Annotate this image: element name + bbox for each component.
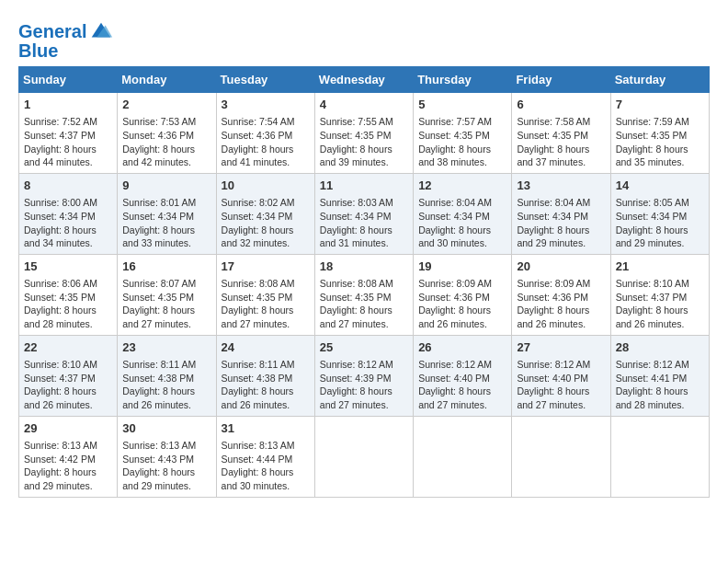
weekday-header-cell: Monday	[118, 67, 216, 93]
cell-content: Sunrise: 8:12 AMSunset: 4:40 PMDaylight:…	[418, 358, 506, 412]
cell-content: Sunrise: 8:04 AMSunset: 4:34 PMDaylight:…	[418, 196, 506, 250]
calendar-week-row: 15Sunrise: 8:06 AMSunset: 4:35 PMDayligh…	[19, 254, 710, 335]
day-number: 21	[616, 259, 704, 275]
day-number: 30	[122, 420, 210, 437]
cell-content: Sunrise: 8:08 AMSunset: 4:35 PMDaylight:…	[222, 277, 310, 331]
calendar-body: 1Sunrise: 7:52 AMSunset: 4:37 PMDaylight…	[19, 93, 710, 498]
day-number: 28	[616, 339, 704, 356]
calendar-cell: 28Sunrise: 8:12 AMSunset: 4:41 PMDayligh…	[610, 335, 709, 416]
day-number: 14	[616, 178, 704, 194]
calendar-cell: 13Sunrise: 8:04 AMSunset: 4:34 PMDayligh…	[512, 173, 610, 254]
day-number: 13	[517, 178, 605, 194]
calendar-cell: 10Sunrise: 8:02 AMSunset: 4:34 PMDayligh…	[216, 173, 314, 254]
cell-content: Sunrise: 8:13 AMSunset: 4:42 PMDaylight:…	[24, 439, 112, 493]
calendar-cell	[512, 416, 610, 497]
calendar-cell: 22Sunrise: 8:10 AMSunset: 4:37 PMDayligh…	[19, 335, 118, 416]
logo-icon	[88, 18, 114, 44]
cell-content: Sunrise: 8:12 AMSunset: 4:39 PMDaylight:…	[320, 358, 408, 412]
cell-content: Sunrise: 7:53 AMSunset: 4:36 PMDaylight:…	[122, 115, 210, 169]
calendar-cell: 29Sunrise: 8:13 AMSunset: 4:42 PMDayligh…	[19, 416, 118, 497]
calendar-week-row: 22Sunrise: 8:10 AMSunset: 4:37 PMDayligh…	[19, 335, 710, 416]
day-number: 9	[122, 178, 210, 194]
day-number: 1	[24, 97, 112, 113]
cell-content: Sunrise: 8:04 AMSunset: 4:34 PMDaylight:…	[517, 196, 605, 250]
cell-content: Sunrise: 8:08 AMSunset: 4:35 PMDaylight:…	[320, 277, 408, 331]
page-header: General Blue	[18, 15, 710, 61]
calendar-cell: 7Sunrise: 7:59 AMSunset: 4:35 PMDaylight…	[610, 93, 709, 174]
cell-content: Sunrise: 8:10 AMSunset: 4:37 PMDaylight:…	[616, 277, 704, 331]
calendar-cell: 6Sunrise: 7:58 AMSunset: 4:35 PMDaylight…	[512, 93, 610, 174]
cell-content: Sunrise: 7:54 AMSunset: 4:36 PMDaylight:…	[222, 115, 310, 169]
day-number: 29	[24, 420, 112, 437]
day-number: 18	[320, 259, 408, 275]
calendar-cell: 11Sunrise: 8:03 AMSunset: 4:34 PMDayligh…	[314, 173, 413, 254]
logo-text: General	[18, 21, 86, 41]
cell-content: Sunrise: 8:10 AMSunset: 4:37 PMDaylight:…	[24, 358, 112, 412]
calendar-cell: 18Sunrise: 8:08 AMSunset: 4:35 PMDayligh…	[314, 254, 413, 335]
calendar-cell	[314, 416, 413, 497]
calendar-cell	[610, 416, 709, 497]
calendar-cell: 30Sunrise: 8:13 AMSunset: 4:43 PMDayligh…	[118, 416, 216, 497]
day-number: 23	[122, 339, 210, 356]
weekday-header-cell: Sunday	[19, 67, 118, 93]
cell-content: Sunrise: 7:58 AMSunset: 4:35 PMDaylight:…	[517, 115, 605, 169]
calendar-week-row: 29Sunrise: 8:13 AMSunset: 4:42 PMDayligh…	[19, 416, 710, 497]
day-number: 22	[24, 339, 112, 356]
cell-content: Sunrise: 8:06 AMSunset: 4:35 PMDaylight:…	[24, 277, 112, 331]
day-number: 8	[24, 178, 112, 194]
weekday-header-cell: Thursday	[414, 67, 512, 93]
calendar-week-row: 1Sunrise: 7:52 AMSunset: 4:37 PMDaylight…	[19, 93, 710, 174]
calendar-cell: 23Sunrise: 8:11 AMSunset: 4:38 PMDayligh…	[118, 335, 216, 416]
cell-content: Sunrise: 8:01 AMSunset: 4:34 PMDaylight:…	[122, 196, 210, 250]
day-number: 2	[122, 97, 210, 113]
weekday-header-cell: Saturday	[610, 67, 709, 93]
calendar-cell: 2Sunrise: 7:53 AMSunset: 4:36 PMDaylight…	[118, 93, 216, 174]
day-number: 11	[320, 178, 408, 194]
calendar-cell: 8Sunrise: 8:00 AMSunset: 4:34 PMDaylight…	[19, 173, 118, 254]
logo: General Blue	[18, 18, 114, 61]
calendar-cell: 3Sunrise: 7:54 AMSunset: 4:36 PMDaylight…	[216, 93, 314, 174]
day-number: 4	[320, 97, 408, 113]
calendar-cell: 9Sunrise: 8:01 AMSunset: 4:34 PMDaylight…	[118, 173, 216, 254]
day-number: 3	[222, 97, 310, 113]
cell-content: Sunrise: 7:55 AMSunset: 4:35 PMDaylight:…	[320, 115, 408, 169]
weekday-header-row: SundayMondayTuesdayWednesdayThursdayFrid…	[19, 67, 710, 93]
weekday-header-cell: Wednesday	[314, 67, 413, 93]
calendar-cell: 16Sunrise: 8:07 AMSunset: 4:35 PMDayligh…	[118, 254, 216, 335]
cell-content: Sunrise: 8:07 AMSunset: 4:35 PMDaylight:…	[122, 277, 210, 331]
calendar-cell	[414, 416, 512, 497]
calendar-cell: 1Sunrise: 7:52 AMSunset: 4:37 PMDaylight…	[19, 93, 118, 174]
calendar-cell: 27Sunrise: 8:12 AMSunset: 4:40 PMDayligh…	[512, 335, 610, 416]
calendar-cell: 31Sunrise: 8:13 AMSunset: 4:44 PMDayligh…	[216, 416, 314, 497]
calendar-cell: 4Sunrise: 7:55 AMSunset: 4:35 PMDaylight…	[314, 93, 413, 174]
calendar-cell: 25Sunrise: 8:12 AMSunset: 4:39 PMDayligh…	[314, 335, 413, 416]
calendar-cell: 26Sunrise: 8:12 AMSunset: 4:40 PMDayligh…	[414, 335, 512, 416]
day-number: 15	[24, 259, 112, 275]
day-number: 25	[320, 339, 408, 356]
cell-content: Sunrise: 8:12 AMSunset: 4:40 PMDaylight:…	[517, 358, 605, 412]
cell-content: Sunrise: 7:52 AMSunset: 4:37 PMDaylight:…	[24, 115, 112, 169]
day-number: 20	[517, 259, 605, 275]
cell-content: Sunrise: 8:03 AMSunset: 4:34 PMDaylight:…	[320, 196, 408, 250]
day-number: 16	[122, 259, 210, 275]
day-number: 19	[418, 259, 506, 275]
calendar-cell: 12Sunrise: 8:04 AMSunset: 4:34 PMDayligh…	[414, 173, 512, 254]
cell-content: Sunrise: 8:12 AMSunset: 4:41 PMDaylight:…	[616, 358, 704, 412]
cell-content: Sunrise: 8:13 AMSunset: 4:44 PMDaylight:…	[222, 439, 310, 493]
calendar-cell: 17Sunrise: 8:08 AMSunset: 4:35 PMDayligh…	[216, 254, 314, 335]
cell-content: Sunrise: 7:59 AMSunset: 4:35 PMDaylight:…	[616, 115, 704, 169]
cell-content: Sunrise: 8:11 AMSunset: 4:38 PMDaylight:…	[222, 358, 310, 412]
day-number: 7	[616, 97, 704, 113]
weekday-header-cell: Tuesday	[216, 67, 314, 93]
day-number: 31	[222, 420, 310, 437]
day-number: 5	[418, 97, 506, 113]
weekday-header-cell: Friday	[512, 67, 610, 93]
calendar-cell: 20Sunrise: 8:09 AMSunset: 4:36 PMDayligh…	[512, 254, 610, 335]
calendar-cell: 24Sunrise: 8:11 AMSunset: 4:38 PMDayligh…	[216, 335, 314, 416]
cell-content: Sunrise: 8:11 AMSunset: 4:38 PMDaylight:…	[122, 358, 210, 412]
cell-content: Sunrise: 7:57 AMSunset: 4:35 PMDaylight:…	[418, 115, 506, 169]
cell-content: Sunrise: 8:13 AMSunset: 4:43 PMDaylight:…	[122, 439, 210, 493]
cell-content: Sunrise: 8:05 AMSunset: 4:34 PMDaylight:…	[616, 196, 704, 250]
cell-content: Sunrise: 8:09 AMSunset: 4:36 PMDaylight:…	[418, 277, 506, 331]
cell-content: Sunrise: 8:00 AMSunset: 4:34 PMDaylight:…	[24, 196, 112, 250]
